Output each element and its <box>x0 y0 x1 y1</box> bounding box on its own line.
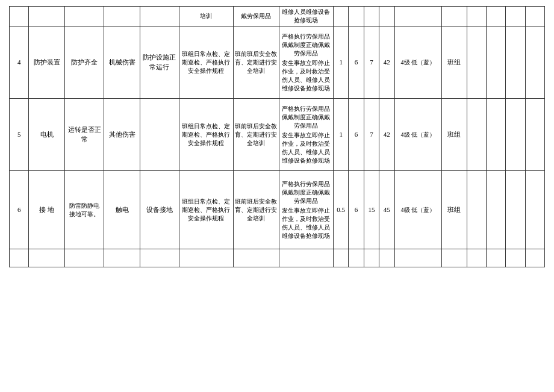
cell-num: 6 <box>10 171 29 249</box>
cell-extra2 <box>486 26 505 99</box>
cell-empty <box>65 249 104 267</box>
cell-d <box>379 7 394 26</box>
table-row: 5 电机 运转是否正常 其他伤害 班组日常点检、定期巡检、严格执行安全操作规程 … <box>10 99 545 171</box>
cell-state: 防护齐全 <box>65 26 104 99</box>
cell-level: 4级 低（蓝） <box>394 26 442 99</box>
cell-empty <box>179 249 233 267</box>
cell-level: 4级 低（蓝） <box>394 171 442 249</box>
cell-empty <box>379 249 394 267</box>
cell-hazard <box>104 7 140 26</box>
cell-empty <box>467 249 486 267</box>
cell-state: 防雷防静电接地可靠。 <box>65 171 104 249</box>
cell-empty <box>29 249 65 267</box>
cell-emergency-combined: 严格执行劳保用品佩戴制度正确佩戴劳保用品 发生事故立即停止作业，及时救治受伤人员… <box>279 99 333 171</box>
cell-measure: 培训 <box>179 7 233 26</box>
cell-empty <box>333 249 348 267</box>
cell-empty <box>349 249 364 267</box>
cell-l <box>333 7 348 26</box>
cell-dept: 班组 <box>442 26 467 99</box>
cell-l: 0.5 <box>333 171 348 249</box>
cell-empty <box>442 249 467 267</box>
cell-l: 1 <box>333 99 348 171</box>
table-row-partial: 培训 戴劳保用品 维修人员维修设备抢修现场 <box>10 7 545 26</box>
cell-l: 1 <box>333 26 348 99</box>
cell-level <box>394 7 442 26</box>
cell-extra4 <box>525 26 545 99</box>
cell-dept: 班组 <box>442 99 467 171</box>
cell-c: 7 <box>364 99 379 171</box>
cell-empty <box>486 249 505 267</box>
cell-state: 运转是否正常 <box>65 99 104 171</box>
cell-emergency: 维修人员维修设备抢修现场 <box>279 7 333 26</box>
cell-empty <box>233 249 279 267</box>
table-row-empty <box>10 249 545 267</box>
cell-hazard: 其他伤害 <box>104 99 140 171</box>
emergency-text2: 发生事故立即停止作业，及时救治受伤人员、维修人员维修设备抢修现场 <box>281 131 332 165</box>
cell-extra3 <box>506 26 525 99</box>
cell-extra1 <box>467 7 486 26</box>
cell-d: 42 <box>379 99 394 171</box>
cell-e: 6 <box>349 171 364 249</box>
cell-extra1 <box>467 99 486 171</box>
cell-e: 6 <box>349 99 364 171</box>
cell-measure: 班组日常点检、定期巡检、严格执行安全操作规程 <box>179 99 233 171</box>
cell-extra4 <box>525 7 545 26</box>
cell-empty <box>10 249 29 267</box>
table-row: 6 接 地 防雷防静电接地可靠。 触电 设备接地 班组日常点检、定期巡检、严格执… <box>10 171 545 249</box>
cell-scene <box>140 7 179 26</box>
emergency-text1: 严格执行劳保用品佩戴制度正确佩戴劳保用品 <box>281 105 332 130</box>
cell-before: 班前班后安全教育、定期进行安全培训 <box>233 171 279 249</box>
cell-measure: 班组日常点检、定期巡检、严格执行安全操作规程 <box>179 171 233 249</box>
cell-d: 42 <box>379 26 394 99</box>
cell-emergency-combined: 严格执行劳保用品佩戴制度正确佩戴劳保用品 发生事故立即停止作业，及时救治受伤人员… <box>279 171 333 249</box>
table-row: 4 防护装置 防护齐全 机械伤害 防护设施正常运行 班组日常点检、定期巡检、严格… <box>10 26 545 99</box>
cell-equip <box>29 7 65 26</box>
cell-equip: 电机 <box>29 99 65 171</box>
cell-dept <box>442 7 467 26</box>
cell-empty <box>364 249 379 267</box>
cell-before: 戴劳保用品 <box>233 7 279 26</box>
cell-c <box>364 7 379 26</box>
cell-extra1 <box>467 171 486 249</box>
cell-equip: 防护装置 <box>29 26 65 99</box>
cell-extra2 <box>486 7 505 26</box>
cell-extra4 <box>525 171 545 249</box>
cell-extra3 <box>506 99 525 171</box>
cell-state <box>65 7 104 26</box>
cell-extra2 <box>486 171 505 249</box>
main-table: 培训 戴劳保用品 维修人员维修设备抢修现场 4 防护装置 防护齐全 机械伤害 <box>9 6 545 267</box>
cell-empty <box>394 249 442 267</box>
cell-dept: 班组 <box>442 171 467 249</box>
cell-d: 45 <box>379 171 394 249</box>
cell-before: 班前班后安全教育、定期进行安全培训 <box>233 26 279 99</box>
cell-extra1 <box>467 26 486 99</box>
emergency-text1: 严格执行劳保用品佩戴制度正确佩戴劳保用品 <box>281 33 332 58</box>
cell-extra4 <box>525 99 545 171</box>
cell-scene: 防护设施正常运行 <box>140 26 179 99</box>
cell-c: 7 <box>364 26 379 99</box>
cell-equip: 接 地 <box>29 171 65 249</box>
emergency-text2: 发生事故立即停止作业，及时救治受伤人员、维修人员维修设备抢修现场 <box>281 207 332 240</box>
cell-empty <box>506 249 525 267</box>
cell-before: 班前班后安全教育、定期进行安全培训 <box>233 99 279 171</box>
cell-extra3 <box>506 7 525 26</box>
cell-e <box>349 7 364 26</box>
emergency-text1: 严格执行劳保用品佩戴制度正确佩戴劳保用品 <box>281 180 332 205</box>
cell-emergency-combined: 严格执行劳保用品佩戴制度正确佩戴劳保用品 发生事故立即停止作业，及时救治受伤人员… <box>279 26 333 99</box>
cell-num <box>10 7 29 26</box>
cell-hazard: 机械伤害 <box>104 26 140 99</box>
cell-level: 4级 低（蓝） <box>394 99 442 171</box>
cell-measure: 班组日常点检、定期巡检、严格执行安全操作规程 <box>179 26 233 99</box>
cell-scene: 设备接地 <box>140 171 179 249</box>
cell-hazard: 触电 <box>104 171 140 249</box>
cell-extra2 <box>486 99 505 171</box>
cell-empty <box>140 249 179 267</box>
cell-num: 5 <box>10 99 29 171</box>
cell-empty <box>279 249 333 267</box>
cell-empty <box>525 249 545 267</box>
emergency-text2: 发生事故立即停止作业，及时救治受伤人员、维修人员维修设备抢修现场 <box>281 59 332 93</box>
page: 培训 戴劳保用品 维修人员维修设备抢修现场 4 防护装置 防护齐全 机械伤害 <box>0 0 554 392</box>
cell-c: 15 <box>364 171 379 249</box>
cell-scene <box>140 99 179 171</box>
cell-num: 4 <box>10 26 29 99</box>
